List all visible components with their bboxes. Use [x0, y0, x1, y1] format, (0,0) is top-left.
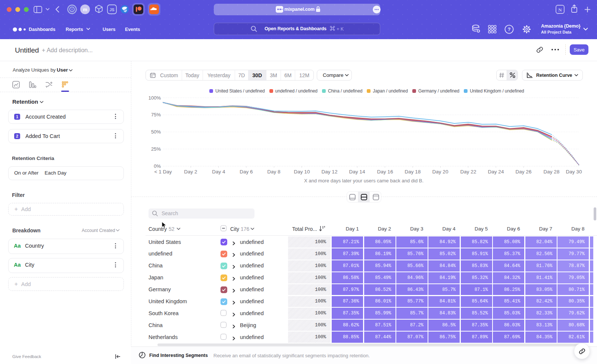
svg-text:Day 4: Day 4	[212, 169, 225, 175]
svg-text:Day 6: Day 6	[240, 169, 253, 175]
svg-text:Day 24: Day 24	[488, 169, 504, 175]
svg-text:Day 14: Day 14	[349, 169, 365, 175]
svg-text:Day 12: Day 12	[322, 169, 338, 175]
svg-text:Day 2: Day 2	[184, 169, 197, 175]
svg-text:Day 16: Day 16	[377, 169, 393, 175]
svg-text:0%: 0%	[154, 163, 161, 169]
svg-text:Day 8: Day 8	[267, 169, 280, 175]
svg-text:Day 22: Day 22	[460, 169, 476, 175]
svg-text:< 1 Day: < 1 Day	[154, 169, 172, 175]
svg-text:Day 30: Day 30	[566, 169, 582, 175]
svg-text:N: N	[558, 7, 562, 13]
svg-text:75%: 75%	[151, 112, 161, 117]
svg-text:Day 26: Day 26	[516, 169, 532, 175]
svg-text:Day 28: Day 28	[544, 169, 560, 175]
svg-text:25%: 25%	[151, 146, 161, 152]
svg-text:100%: 100%	[149, 95, 161, 101]
svg-text:Day 20: Day 20	[432, 169, 448, 175]
svg-text:Day 18: Day 18	[405, 169, 421, 175]
svg-text:JS: JS	[110, 7, 115, 12]
svg-text:Day 10: Day 10	[294, 169, 310, 175]
svg-text:50%: 50%	[151, 129, 161, 135]
svg-text:?: ?	[508, 26, 511, 32]
